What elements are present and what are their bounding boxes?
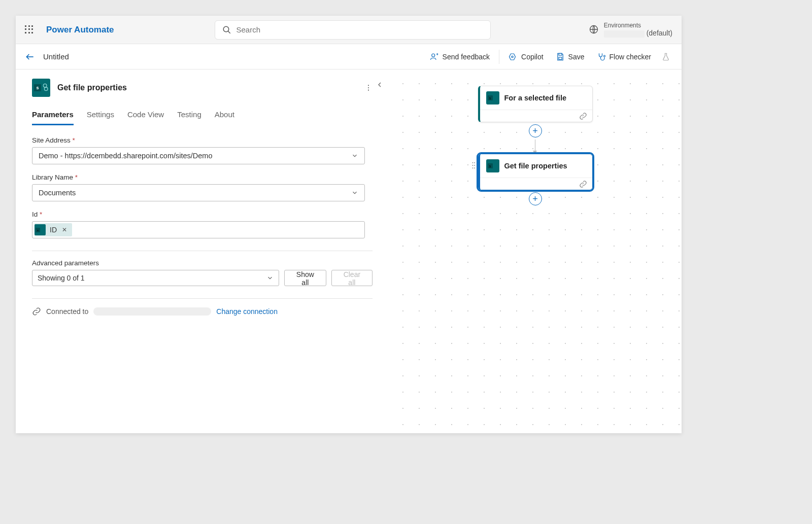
environment-name: (default) [604, 29, 672, 37]
svg-point-5 [512, 56, 513, 57]
svg-point-17 [474, 162, 475, 163]
library-name-select[interactable]: Documents [32, 184, 365, 201]
panel-header: s Get file properties [16, 69, 389, 103]
tab-about[interactable]: About [215, 110, 234, 125]
node-title: Get file properties [504, 162, 567, 170]
arrow-left-icon [25, 52, 35, 62]
id-input[interactable]: s ID ✕ [32, 221, 365, 238]
svg-point-16 [472, 167, 473, 168]
tab-code-view[interactable]: Code View [127, 110, 164, 125]
svg-point-0 [223, 26, 229, 32]
environment-picker[interactable]: Environments (default) [589, 22, 672, 37]
connection-row: Connected to Change connection [32, 307, 373, 316]
save-label: Save [568, 53, 585, 61]
remove-token-button[interactable]: ✕ [60, 226, 69, 233]
chevron-down-icon [266, 274, 274, 282]
back-button[interactable] [24, 51, 36, 63]
copilot-button[interactable]: Copilot [503, 49, 549, 64]
save-button[interactable]: Save [551, 49, 590, 64]
chevron-left-icon [376, 81, 384, 89]
advanced-showing-text: Showing 0 of 1 [38, 274, 85, 282]
feedback-icon [430, 52, 439, 61]
site-address-label: Site Address * [32, 136, 373, 144]
node-get-file-properties[interactable]: s Get file properties [478, 154, 593, 190]
svg-point-19 [474, 167, 475, 168]
sharepoint-icon: s [486, 91, 499, 104]
id-token-label: ID [50, 226, 60, 234]
tab-testing[interactable]: Testing [177, 110, 201, 125]
divider [32, 251, 373, 251]
send-feedback-button[interactable]: Send feedback [425, 49, 495, 64]
node-for-selected-file[interactable]: s For a selected file [478, 86, 593, 122]
svg-point-18 [474, 165, 475, 166]
action-config-panel: s Get file properties Parameters Setting… [16, 69, 389, 433]
flow-checker-button[interactable]: Flow checker [592, 49, 656, 64]
add-action-button[interactable]: + [529, 192, 542, 205]
divider [32, 298, 373, 299]
flow-canvas[interactable]: s For a selected file + [389, 69, 682, 433]
flow-checker-label: Flow checker [610, 53, 651, 61]
command-bar: Untitled Send feedback Copilot Save Flow… [16, 44, 682, 69]
waffle-icon [25, 25, 34, 34]
svg-point-13 [368, 90, 369, 91]
library-name-value: Documents [39, 189, 76, 197]
link-icon [579, 180, 587, 188]
svg-rect-7 [559, 57, 562, 59]
advanced-parameters-select[interactable]: Showing 0 of 1 [32, 270, 279, 286]
library-name-label: Library Name * [32, 173, 373, 181]
flask-icon [661, 52, 670, 61]
send-feedback-label: Send feedback [443, 53, 490, 61]
node-drag-handle[interactable] [471, 161, 476, 170]
svg-point-14 [472, 162, 473, 163]
site-address-select[interactable]: Demo - https://dcembedd.sharepoint.com/s… [32, 147, 365, 164]
connection-name-redacted [93, 307, 211, 316]
connector-arrow [535, 139, 535, 154]
sharepoint-icon: s [35, 224, 46, 235]
id-token[interactable]: s ID ✕ [35, 223, 72, 236]
node-title: For a selected file [504, 94, 567, 102]
tab-parameters[interactable]: Parameters [32, 110, 74, 125]
svg-point-10 [44, 87, 48, 91]
collapse-panel-button[interactable] [376, 81, 384, 89]
main-area: s Get file properties Parameters Setting… [16, 69, 682, 433]
environments-label: Environments [604, 22, 672, 29]
connected-to-label: Connected to [46, 307, 88, 316]
panel-more-button[interactable] [362, 82, 375, 94]
svg-point-11 [368, 85, 369, 86]
topbar: Power Automate Environments (default) [16, 16, 682, 44]
svg-point-15 [472, 165, 473, 166]
parameters-form: Site Address * Demo - https://dcembedd.s… [16, 125, 389, 316]
app-shell: Power Automate Environments (default) Un… [16, 16, 682, 433]
more-vertical-icon [364, 84, 373, 92]
stethoscope-icon [597, 52, 606, 61]
svg-line-1 [228, 31, 230, 33]
svg-point-4 [431, 54, 434, 57]
copilot-label: Copilot [521, 53, 544, 61]
site-address-value: Demo - https://dcembedd.sharepoint.com/s… [39, 152, 213, 160]
panel-title: Get file properties [57, 83, 127, 92]
drag-icon [471, 161, 476, 170]
chevron-down-icon [351, 189, 358, 196]
search-input[interactable] [236, 25, 483, 34]
show-all-button[interactable]: Show all [284, 270, 326, 286]
add-action-button[interactable]: + [529, 124, 542, 137]
svg-point-12 [368, 87, 369, 88]
link-icon [32, 307, 41, 316]
svg-rect-6 [559, 53, 562, 55]
link-icon [579, 112, 587, 120]
app-launcher-button[interactable] [16, 16, 43, 44]
panel-tabs: Parameters Settings Code View Testing Ab… [16, 103, 389, 125]
svg-point-9 [43, 84, 47, 87]
sharepoint-icon: s [486, 159, 499, 172]
save-icon [556, 52, 565, 61]
id-label: Id * [32, 211, 373, 218]
change-connection-link[interactable]: Change connection [216, 307, 278, 316]
advanced-parameters-label: Advanced parameters [32, 259, 373, 267]
search-icon [222, 25, 231, 34]
flow-title[interactable]: Untitled [43, 52, 69, 61]
tab-settings[interactable]: Settings [87, 110, 114, 125]
search-box[interactable] [215, 20, 491, 40]
clear-all-button: Clear all [331, 270, 373, 286]
test-button[interactable] [658, 49, 673, 64]
sharepoint-icon: s [32, 79, 50, 97]
